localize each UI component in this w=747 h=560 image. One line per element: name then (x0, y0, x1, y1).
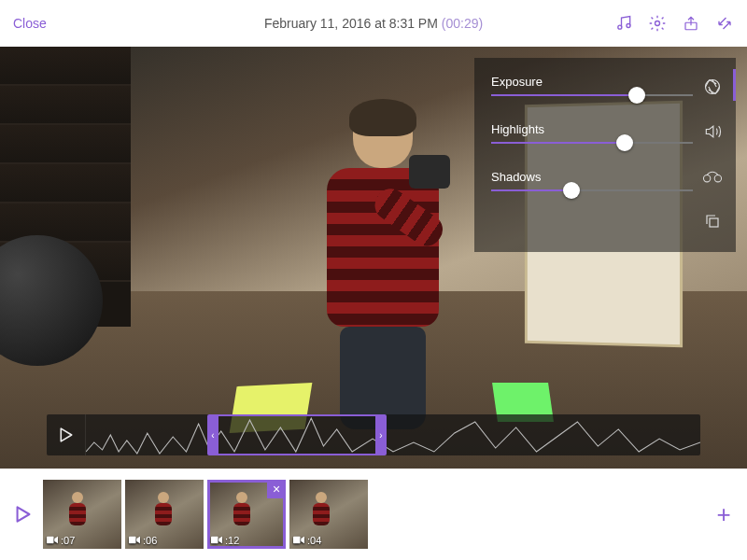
add-clip-button[interactable]: + (710, 500, 738, 529)
shadows-label: Shadows (491, 170, 693, 184)
preview-play-button[interactable] (47, 414, 86, 455)
speed-icon[interactable] (702, 166, 723, 187)
svg-point-1 (627, 24, 630, 28)
video-preview[interactable]: Exposure Highlights Shadows (0, 47, 747, 469)
clip-duration-label: :12 (225, 535, 239, 546)
highlights-slider[interactable]: Highlights (491, 122, 693, 144)
trim-handle-left[interactable]: ‹ (207, 414, 218, 455)
svg-point-6 (714, 175, 721, 182)
svg-point-5 (703, 175, 710, 182)
clip-thumbnail[interactable]: :06 (125, 480, 204, 549)
delete-clip-button[interactable]: × (267, 480, 286, 498)
clip-thumbnail[interactable]: :07 (43, 480, 121, 549)
svg-point-2 (655, 21, 660, 26)
shadows-slider[interactable]: Shadows (491, 170, 693, 191)
svg-rect-8 (47, 537, 54, 544)
video-icon (129, 535, 140, 546)
music-icon[interactable] (614, 14, 633, 33)
svg-rect-10 (211, 537, 218, 544)
svg-rect-9 (129, 537, 136, 544)
clip-date: February 11, 2016 at 8:31 PM (264, 16, 438, 31)
clip-duration-label: :07 (61, 535, 75, 546)
clip-scrubber: ‹ › (47, 414, 700, 455)
waveform[interactable]: ‹ › (86, 414, 700, 455)
clip-thumbnail[interactable]: :04 (289, 480, 368, 549)
share-icon[interactable] (682, 14, 700, 33)
play-project-button[interactable] (9, 506, 37, 523)
exposure-label: Exposure (491, 75, 693, 89)
exposure-slider[interactable]: Exposure (491, 75, 693, 96)
video-icon (293, 535, 304, 546)
trim-handle-right[interactable]: › (375, 414, 387, 455)
volume-icon[interactable] (702, 121, 723, 142)
clip-duration-label: :06 (143, 535, 157, 546)
aperture-icon[interactable] (702, 77, 723, 97)
clip-duration-label: :04 (307, 535, 321, 546)
highlights-label: Highlights (491, 122, 693, 136)
clip-list: :07 :06 × :12 :04 (43, 480, 368, 549)
svg-point-0 (618, 25, 622, 29)
svg-rect-11 (293, 537, 301, 544)
clip-thumbnail[interactable]: × :12 (207, 480, 286, 549)
fullscreen-icon[interactable] (715, 14, 734, 33)
adjustments-panel: Exposure Highlights Shadows (474, 58, 736, 252)
video-icon (211, 535, 222, 546)
svg-rect-7 (710, 218, 718, 227)
duplicate-icon[interactable] (702, 211, 723, 231)
gear-icon[interactable] (648, 14, 667, 33)
active-tool-indicator (733, 69, 736, 101)
video-icon (47, 535, 58, 546)
close-button[interactable]: Close (13, 16, 47, 31)
clip-duration: (00:29) (442, 16, 483, 31)
